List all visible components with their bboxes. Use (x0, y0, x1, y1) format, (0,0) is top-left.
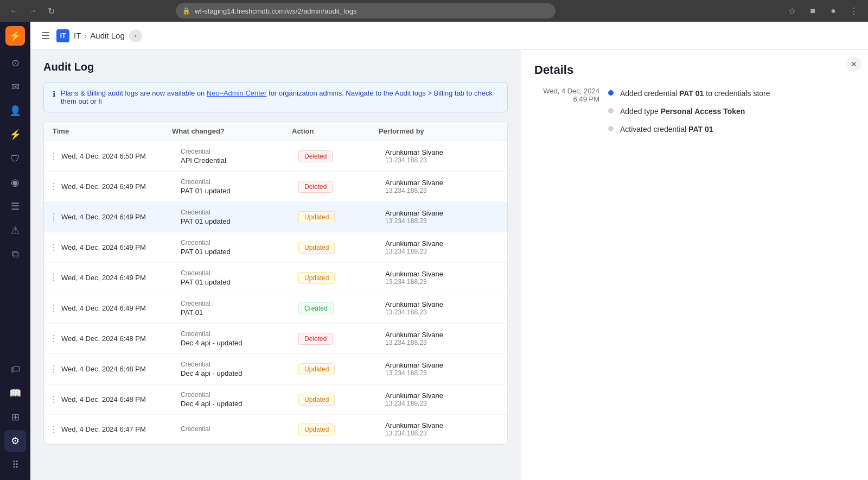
audit-table: Time What changed? Action Performed by ⋮… (43, 121, 508, 445)
row-performer: Arunkumar Sivane13.234.188.23 (385, 300, 503, 316)
sidebar-item-warning[interactable]: ⚠ (4, 219, 26, 241)
breadcrumb-page: Audit Log (90, 31, 124, 40)
row-menu-button[interactable]: ⋮ (46, 270, 61, 286)
sidebar-item-inbox[interactable]: ✉ (4, 76, 26, 98)
table-row[interactable]: ⋮Wed, 4 Dec, 2024 6:50 PMCredentialAPI C… (44, 141, 507, 172)
info-text-before: Plans & Billing audit logs are now avail… (61, 89, 207, 97)
row-menu-button[interactable]: ⋮ (46, 149, 61, 164)
apps-icon: ⠿ (12, 459, 19, 471)
row-menu-button[interactable]: ⋮ (46, 362, 61, 377)
row-time: Wed, 4 Dec, 2024 6:47 PM (61, 425, 181, 433)
extensions-button[interactable]: ■ (805, 3, 820, 18)
row-menu-button[interactable]: ⋮ (46, 240, 61, 255)
timeline-text-1: Added credential PAT 01 to credentials s… (620, 88, 770, 99)
browser-actions: ☆ ■ ● ⋮ (784, 3, 861, 18)
breadcrumb-workspace: IT (74, 31, 81, 40)
sidebar-item-settings[interactable]: ⚙ (4, 430, 26, 452)
action-badge: Created (298, 302, 334, 314)
row-action: Updated (298, 424, 385, 435)
tag-icon: 🏷 (10, 364, 20, 375)
row-time: Wed, 4 Dec, 2024 6:48 PM (61, 365, 181, 373)
sidebar-bottom: 🏷 📖 ⊞ ⚙ ⠿ (4, 358, 26, 476)
hamburger-button[interactable]: ☰ (39, 28, 52, 44)
timeline-dot-3 (608, 126, 614, 131)
row-time: Wed, 4 Dec, 2024 6:48 PM (61, 334, 181, 343)
row-what-changed: Credential (181, 425, 298, 434)
row-menu-button[interactable]: ⋮ (46, 422, 61, 437)
sidebar-item-grid[interactable]: ⊞ (4, 406, 26, 428)
top-bar: ☰ IT IT › Audit Log ‹ (30, 22, 868, 50)
table-row[interactable]: ⋮Wed, 4 Dec, 2024 6:49 PMCredentialPAT 0… (44, 263, 507, 293)
row-menu-button[interactable]: ⋮ (46, 301, 61, 316)
row-action: Updated (298, 211, 385, 223)
row-what-changed: CredentialPAT 01 (181, 300, 298, 317)
sidebar-item-book[interactable]: 📖 (4, 382, 26, 404)
table-row[interactable]: ⋮Wed, 4 Dec, 2024 6:48 PMCredentialDec 4… (44, 354, 507, 384)
row-performer: Arunkumar Sivane13.234.188.23 (385, 391, 503, 407)
book-icon: 📖 (9, 387, 21, 399)
table-row[interactable]: ⋮Wed, 4 Dec, 2024 6:49 PMCredentialPAT 0… (44, 293, 507, 324)
sidebar-item-shield[interactable]: 🛡 (4, 148, 26, 169)
sidebar-item-home[interactable]: ⊙ (4, 52, 26, 74)
collapse-button[interactable]: ‹ (129, 29, 142, 42)
sidebar-item-monitor[interactable]: ◉ (4, 172, 26, 193)
table-row[interactable]: ⋮Wed, 4 Dec, 2024 6:49 PMCredentialPAT 0… (44, 202, 507, 232)
url-text: wf-staging14.freshcmdb.com/ws/2/admin/au… (195, 7, 356, 15)
sidebar-item-alerts[interactable]: ⚡ (4, 124, 26, 146)
row-what-changed: CredentialDec 4 api - updated (181, 361, 298, 377)
row-action: Deleted (298, 150, 385, 162)
row-what-changed: CredentialPAT 01 updated (181, 178, 298, 195)
col-action: Action (292, 127, 379, 135)
reload-button[interactable]: ↻ (43, 3, 59, 18)
table-row[interactable]: ⋮Wed, 4 Dec, 2024 6:47 PMCredentialUpdat… (44, 415, 507, 444)
table-body: ⋮Wed, 4 Dec, 2024 6:50 PMCredentialAPI C… (44, 141, 507, 444)
timeline-dot-1 (608, 90, 614, 96)
profile-button[interactable]: ● (826, 3, 841, 18)
row-menu-button[interactable]: ⋮ (46, 331, 61, 346)
table-row[interactable]: ⋮Wed, 4 Dec, 2024 6:49 PMCredentialPAT 0… (44, 232, 507, 263)
sidebar-item-apps[interactable]: ⠿ (4, 454, 26, 476)
layers-icon: ⧉ (12, 249, 19, 260)
app-logo[interactable]: ⚡ (5, 26, 25, 46)
sidebar-item-layers[interactable]: ⧉ (4, 243, 26, 265)
table-row[interactable]: ⋮Wed, 4 Dec, 2024 6:48 PMCredentialDec 4… (44, 384, 507, 415)
row-what-changed: CredentialPAT 01 updated (181, 239, 298, 256)
forward-button[interactable]: → (25, 3, 40, 18)
sidebar-item-list[interactable]: ☰ (4, 195, 26, 217)
back-button[interactable]: ← (7, 3, 22, 18)
menu-button[interactable]: ⋮ (846, 3, 861, 18)
action-badge: Deleted (298, 333, 333, 345)
row-menu-button[interactable]: ⋮ (46, 210, 61, 225)
row-what-changed: CredentialPAT 01 updated (181, 269, 298, 286)
neo-admin-link[interactable]: Neo–Admin Center (207, 89, 267, 97)
info-text: Plans & Billing audit logs are now avail… (61, 89, 499, 105)
browser-chrome: ← → ↻ 🔒 wf-staging14.freshcmdb.com/ws/2/… (0, 0, 868, 22)
details-close-button[interactable]: ✕ (846, 56, 861, 72)
row-what-changed: CredentialDec 4 api - updated (181, 391, 298, 408)
details-timeline: Added credential PAT 01 to credentials s… (608, 86, 770, 135)
timeline-dot-2 (608, 108, 614, 113)
action-badge: Deleted (298, 150, 333, 162)
info-icon: ℹ (53, 90, 55, 98)
monitor-icon: ◉ (11, 176, 20, 188)
app-container: ⚡ ⊙ ✉ 👤 ⚡ 🛡 ◉ ☰ ⚠ ⧉ 🏷 (0, 22, 868, 480)
table-row[interactable]: ⋮Wed, 4 Dec, 2024 6:49 PMCredentialPAT 0… (44, 172, 507, 202)
action-badge: Deleted (298, 181, 333, 193)
row-time: Wed, 4 Dec, 2024 6:48 PM (61, 395, 181, 403)
action-badge: Updated (298, 211, 335, 223)
timeline-item-3: Activated credential PAT 01 (608, 124, 770, 135)
page-content: Audit Log ℹ Plans & Billing audit logs a… (30, 50, 868, 480)
table-row[interactable]: ⋮Wed, 4 Dec, 2024 6:48 PMCredentialDec 4… (44, 324, 507, 354)
row-performer: Arunkumar Sivane13.234.188.23 (385, 239, 503, 255)
address-bar[interactable]: 🔒 wf-staging14.freshcmdb.com/ws/2/admin/… (176, 3, 556, 18)
main-content: ☰ IT IT › Audit Log ‹ Audit Log ℹ Plans … (30, 22, 868, 480)
sidebar-item-tag[interactable]: 🏷 (4, 358, 26, 380)
inbox-icon: ✉ (11, 81, 20, 93)
row-menu-button[interactable]: ⋮ (46, 392, 61, 407)
row-time: Wed, 4 Dec, 2024 6:49 PM (61, 304, 181, 312)
bookmark-button[interactable]: ☆ (784, 3, 800, 18)
breadcrumb-separator: › (84, 31, 87, 40)
action-badge: Updated (298, 272, 335, 284)
row-menu-button[interactable]: ⋮ (46, 179, 61, 194)
sidebar-item-users[interactable]: 👤 (4, 100, 26, 122)
